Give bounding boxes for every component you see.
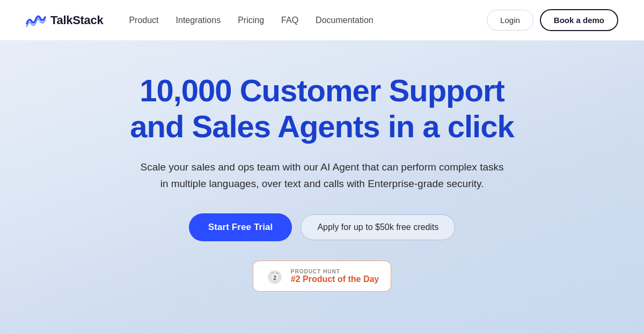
apply-credits-button[interactable]: Apply for up to $50k free credits [301,214,455,240]
book-demo-button[interactable]: Book a demo [540,9,618,31]
hero-title-line2: and Sales Agents in a click [130,109,514,144]
nav-item-pricing[interactable]: Pricing [238,16,264,25]
nav-link-integrations[interactable]: Integrations [176,16,221,25]
nav-item-integrations[interactable]: Integrations [176,16,221,25]
product-hunt-medal-icon: 2 [265,266,284,286]
hero-section: 10,000 Customer Support and Sales Agents… [0,41,644,334]
navbar: TalkStack Product Integrations Pricing F… [0,0,644,41]
hero-title: 10,000 Customer Support and Sales Agents… [130,73,514,144]
login-button[interactable]: Login [487,10,533,31]
logo-icon [26,12,46,29]
svg-text:2: 2 [273,274,276,281]
product-hunt-title: #2 Product of the Day [291,274,379,284]
start-trial-button[interactable]: Start Free Trial [189,213,292,241]
nav-link-product[interactable]: Product [129,16,158,25]
hero-title-line1: 10,000 Customer Support [140,73,504,108]
product-hunt-badge-text: PRODUCT HUNT #2 Product of the Day [291,269,379,284]
nav-item-faq[interactable]: FAQ [281,16,298,25]
nav-item-documentation[interactable]: Documentation [316,16,374,25]
navbar-right: Login Book a demo [487,9,618,31]
product-hunt-label: PRODUCT HUNT [291,269,379,274]
nav-link-documentation[interactable]: Documentation [316,16,374,25]
nav-links: Product Integrations Pricing FAQ Documen… [129,16,373,25]
hero-subtitle: Scale your sales and ops team with our A… [140,159,504,192]
nav-item-product[interactable]: Product [129,16,158,25]
nav-link-faq[interactable]: FAQ [281,16,298,25]
navbar-left: TalkStack Product Integrations Pricing F… [26,12,374,29]
product-hunt-badge[interactable]: 2 PRODUCT HUNT #2 Product of the Day [253,261,391,292]
logo-text: TalkStack [50,13,103,27]
hero-buttons: Start Free Trial Apply for up to $50k fr… [189,213,456,241]
logo[interactable]: TalkStack [26,12,103,29]
logo-svg [26,12,46,29]
nav-link-pricing[interactable]: Pricing [238,16,264,25]
